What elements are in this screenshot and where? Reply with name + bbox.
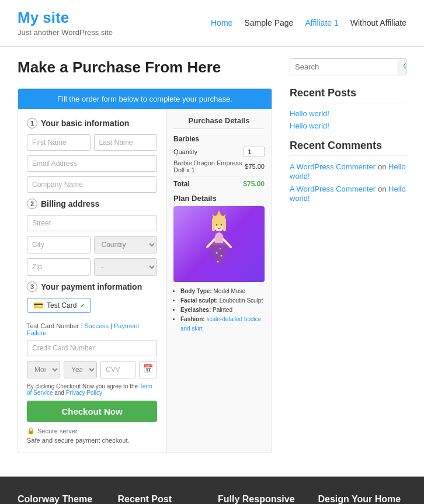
name-row [27, 134, 157, 151]
svg-point-13 [221, 224, 222, 225]
company-input[interactable] [27, 176, 157, 193]
nav-home[interactable]: Home [211, 18, 232, 27]
checkout-button[interactable]: Checkout Now [27, 401, 157, 422]
success-link[interactable]: Success [84, 322, 109, 329]
card-icon: 💳 [33, 301, 43, 310]
dash-select[interactable]: - [94, 258, 158, 276]
zip-input[interactable] [27, 258, 91, 276]
email-row [27, 155, 157, 172]
product-name: Barbies [173, 135, 265, 143]
nav-affiliate1[interactable]: Affiliate 1 [305, 18, 338, 27]
search-box: 🔍 [290, 58, 406, 75]
billing-label: Billing address [41, 199, 99, 208]
quantity-row: Quantity [173, 147, 265, 157]
basic-info-label: Your basic information [41, 119, 129, 128]
card-details-row: Month Year 📅 [27, 361, 157, 378]
secure-text: Safe and secure payment checkout. [27, 437, 157, 444]
checkout-card: Fill the order form below to complete yo… [18, 88, 272, 453]
secure-badge: 🔒 Secure server [27, 427, 157, 435]
lock-icon: 🔒 [27, 427, 35, 435]
total-amount: $75.00 [243, 180, 265, 188]
payment-title: 3 Your payment information [27, 281, 157, 292]
recent-post-1[interactable]: Hello world! [290, 109, 406, 118]
checkout-body: 1 Your basic information [18, 109, 272, 453]
quantity-label: Quantity [173, 148, 197, 155]
list-item: Fashion: scale-detailed bodice and skirt [180, 315, 265, 333]
payment-label: Your payment information [41, 282, 142, 291]
sidebar: 🔍 Recent Posts Hello world! Hello world!… [290, 58, 406, 453]
item-row: Barbie Dragon Empress Doll x 1 $75.00 [173, 159, 265, 173]
main-content: Make a Purchase From Here Fill the order… [0, 47, 424, 465]
payment-badge: 💳 Test Card ✔ [27, 298, 91, 313]
badge-label: Test Card [47, 301, 77, 310]
plan-title: Plan Details [173, 194, 265, 203]
comment-2: A WordPress Commenter on Hello world! [290, 184, 406, 203]
barbie-svg [196, 209, 242, 279]
search-icon: 🔍 [403, 62, 406, 72]
footer-col-4: Design Your Home Express your creativity… [318, 494, 407, 504]
company-row [27, 176, 157, 193]
main-nav: Home Sample Page Affiliate 1 Without Aff… [211, 18, 406, 27]
street-input[interactable] [27, 215, 157, 231]
footer-col2-title: Recent Post [118, 494, 207, 504]
footer-col1-title: Colorway Theme [18, 494, 106, 504]
plan-details-list: Body Type: Model Muse Facial sculpt: Lou… [173, 287, 265, 333]
card-number-input[interactable] [27, 340, 157, 356]
details-section: Purchase Details Barbies Quantity Barbie… [166, 109, 272, 453]
card-number-row [27, 340, 157, 356]
recent-comments-title: Recent Comments [290, 140, 406, 156]
nav-without-affiliate[interactable]: Without Affiliate [350, 18, 406, 27]
footer-col-1: Colorway Theme Footer is widgetized. To … [18, 494, 106, 504]
svg-point-6 [216, 252, 218, 254]
footer-col-2: Recent Post Worth A Thousand Words Categ… [118, 494, 207, 504]
list-item: Body Type: Model Muse [180, 287, 265, 296]
barbie-image [173, 206, 265, 282]
purchase-title: Purchase Details [173, 116, 265, 129]
first-name-input[interactable] [27, 134, 91, 151]
content-area: Make a Purchase From Here Fill the order… [18, 58, 272, 453]
footer-col-3: Fully Responsive Colorway is a unique re… [218, 494, 307, 504]
cvv-input[interactable] [100, 361, 135, 378]
svg-point-8 [217, 261, 219, 263]
recent-post-2[interactable]: Hello world! [290, 121, 406, 130]
email-input[interactable] [27, 155, 157, 172]
page-title: Make a Purchase From Here [18, 58, 272, 77]
svg-rect-4 [223, 221, 226, 231]
last-name-input[interactable] [94, 134, 158, 151]
site-title: My site [18, 9, 113, 27]
city-country-row: Country [27, 236, 157, 253]
svg-point-7 [221, 255, 223, 257]
comment-1: A WordPress Commenter on Hello world! [290, 162, 406, 180]
list-item: Facial sculpt: Louboutin Sculpt [180, 296, 265, 305]
month-select[interactable]: Month [27, 361, 60, 378]
section-num-2: 2 [27, 199, 37, 209]
item-name: Barbie Dragon Empress Doll x 1 [173, 159, 245, 173]
check-icon: ✔ [80, 303, 85, 309]
checkout-header: Fill the order form below to complete yo… [18, 89, 272, 109]
comment-author-1: A WordPress Commenter [290, 162, 376, 171]
card-hint-text: Test Card Number : [27, 322, 82, 329]
search-button[interactable]: 🔍 [398, 59, 406, 75]
svg-point-9 [220, 248, 221, 249]
svg-point-12 [216, 224, 217, 225]
secure-label: Secure server [37, 427, 77, 435]
search-input[interactable] [290, 59, 398, 75]
basic-info-title: 1 Your basic information [27, 118, 157, 128]
total-label: Total [173, 180, 190, 188]
footer-col4-title: Design Your Home [318, 494, 407, 504]
city-input[interactable] [27, 236, 91, 253]
section-num-1: 1 [27, 118, 37, 128]
card-hint-row: Test Card Number : Success | Payment Fai… [27, 322, 157, 336]
site-branding: My site Just another WordPress site [18, 9, 113, 37]
site-header: My site Just another WordPress site Home… [0, 0, 424, 46]
quantity-input[interactable] [244, 147, 265, 157]
form-section: 1 Your basic information [18, 109, 166, 453]
recent-posts-title: Recent Posts [290, 87, 406, 103]
privacy-link[interactable]: Privacy Policy [66, 390, 102, 396]
country-select[interactable]: Country [94, 236, 158, 253]
year-select[interactable]: Year [64, 361, 97, 378]
nav-sample-page[interactable]: Sample Page [244, 18, 293, 27]
separator: | [110, 322, 112, 329]
comment-author-2: A WordPress Commenter [290, 185, 376, 193]
agreement-text: By clicking Checkout Now you agree to th… [27, 383, 157, 396]
